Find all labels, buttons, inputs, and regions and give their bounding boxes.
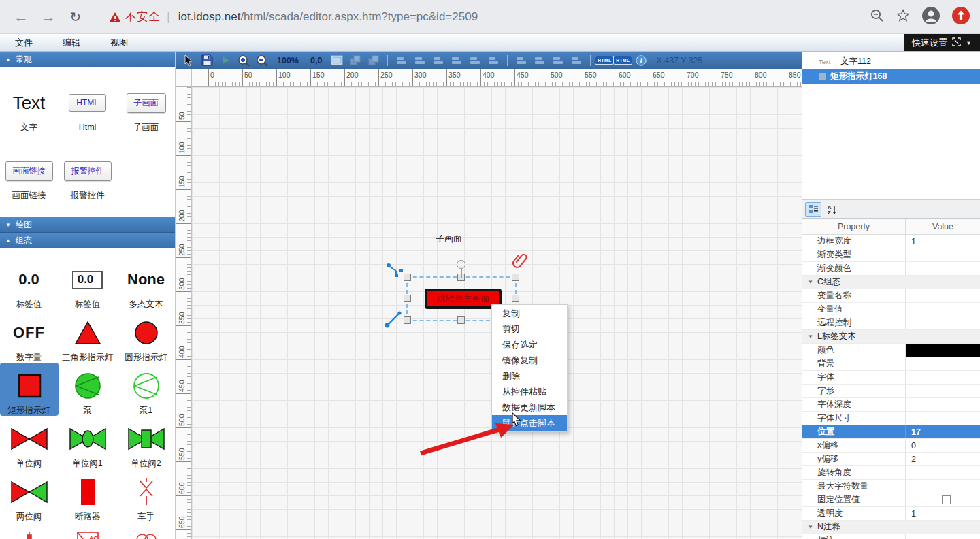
property-value[interactable] [906,385,980,397]
palette-item-文字[interactable]: Text文字 [0,80,59,133]
menu-item-1[interactable]: 文件 [0,34,48,51]
section-header-常规[interactable]: ▲常规 [0,52,175,67]
property-value[interactable]: 17 [906,425,980,438]
property-value[interactable] [906,248,980,261]
pointer-tool[interactable] [181,54,196,67]
object-list-item[interactable]: 矩形指示灯168 [802,69,980,84]
property-value[interactable] [906,344,980,357]
palette-item-逆变器[interactable]: ACDC逆变器 [59,522,117,539]
checkbox[interactable] [942,495,951,504]
palette-item-泵[interactable]: 泵 [59,363,117,416]
resize-handle-e[interactable] [512,295,519,302]
palette-item-单位阀2[interactable]: 单位阀2 [117,416,176,469]
property-value[interactable] [906,357,980,370]
resize-handle-w[interactable] [404,295,411,302]
property-row-字体深度[interactable]: 字体深度 [802,398,980,412]
property-row-最大字符数量[interactable]: 最大字符数量 [802,480,980,493]
zoom-out-button[interactable] [255,54,270,67]
update-badge-icon[interactable] [951,6,970,28]
property-row-固定位置值[interactable]: 固定位置值 [802,493,980,507]
property-row-变量名称[interactable]: 变量名称 [802,289,980,303]
property-row-渐变颜色[interactable]: 渐变颜色 [802,262,980,276]
property-group-N注释[interactable]: ▼N注释 [802,521,980,534]
quick-settings-button[interactable]: 快速设置 ▼ [904,34,980,51]
property-value[interactable] [906,398,980,411]
palette-item-矩形指示灯[interactable]: 矩形指示灯 [0,363,59,416]
resize-handle-nw[interactable] [404,274,411,281]
context-menu-item-2[interactable]: 剪切 [492,321,567,337]
property-value[interactable] [906,534,980,539]
property-row-x偏移[interactable]: x偏移0 [802,439,980,453]
menu-item-2[interactable]: 编辑 [48,34,95,51]
palette-item-标签值[interactable]: 0.0标签值 [59,257,117,310]
property-group-C组态[interactable]: ▼C组态 [802,276,980,289]
property-row-旋转角度[interactable]: 旋转角度 [802,466,980,480]
palette-item-报警控件[interactable]: 报警控件报警控件 [59,148,117,201]
info-button[interactable]: i [634,54,649,67]
bookmark-star-icon[interactable] [896,8,911,26]
property-row-边框宽度[interactable]: 边框宽度1 [802,235,980,248]
property-row-字体[interactable]: 字体 [802,371,980,385]
property-row-位置[interactable]: 位置17 [802,425,980,439]
property-value[interactable] [906,262,980,275]
resize-handle-s[interactable] [457,316,465,324]
context-menu-item-5[interactable]: 删除 [492,368,567,384]
property-row-远程控制[interactable]: 远程控制 [802,316,980,330]
property-row-变量值[interactable]: 变量值 [802,303,980,316]
palette-item-子画面[interactable]: 子画面子画面 [117,80,176,133]
property-row-颜色[interactable]: 颜色 [802,344,980,357]
sort-az-button[interactable]: AZ [824,202,840,217]
zoom-in-button[interactable] [236,54,251,67]
property-value[interactable] [906,493,980,506]
profile-avatar-icon[interactable] [921,6,941,28]
property-row-透明度[interactable]: 透明度1 [802,507,980,521]
connector-handle-bottom[interactable] [385,309,404,331]
categorized-view-button[interactable] [805,202,821,217]
subscreen-label[interactable]: 子画面 [436,233,462,245]
property-value[interactable] [906,466,980,479]
section-header-绘图[interactable]: ▼绘图 [0,217,175,233]
context-menu-item-1[interactable]: 复制 [492,306,567,321]
property-value[interactable] [906,412,980,425]
property-value[interactable]: 1 [906,235,980,248]
context-menu-item-6[interactable]: 从控件粘贴 [492,384,567,399]
property-row-渐变类型[interactable]: 渐变类型 [802,248,980,262]
palette-item-断路器[interactable]: 断路器 [59,469,117,522]
section-header-组态[interactable]: ▲组态 [0,233,175,248]
palette-item-数字量[interactable]: OFF数字量 [0,310,59,363]
property-group-L标签文本[interactable]: ▼L标签文本 [802,330,980,344]
palette-item-PT[interactable]: PT [117,522,176,539]
reload-icon[interactable]: ↻ [64,5,87,29]
palette-item-三角形指示灯[interactable]: 三角形指示灯 [59,310,117,363]
html-export-button[interactable]: HTML [597,54,612,67]
address-bar[interactable]: 不安全 | iot.idosp.net/html/scada/editor.as… [109,9,862,24]
property-value[interactable] [906,316,980,329]
property-value[interactable] [906,480,980,493]
palette-item-单位阀[interactable]: 单位阀 [0,416,59,469]
palette-item-画面链接[interactable]: 画面链接画面链接 [0,148,59,201]
property-value[interactable]: 0 [906,439,980,452]
context-menu-item-4[interactable]: 镜像复制 [492,353,567,368]
property-row-标注[interactable]: 标注 [802,534,980,539]
context-menu-item-3[interactable]: 保存选定 [492,337,567,353]
property-row-y偏移[interactable]: y偏移2 [802,453,980,466]
property-row-背景[interactable]: 背景 [802,357,980,371]
property-value[interactable]: 2 [906,453,980,466]
property-row-字体尺寸[interactable]: 字体尺寸 [802,412,980,425]
property-value[interactable]: 1 [906,507,980,520]
palette-item-多态文本[interactable]: None多态文本 [117,257,176,310]
resize-handle-ne[interactable] [512,274,519,281]
resize-handle-sw[interactable] [404,316,411,324]
property-value[interactable] [906,371,980,384]
palette-item-刀闸[interactable]: 刀闸 [0,522,59,539]
property-value[interactable] [906,303,980,316]
design-canvas[interactable]: 子画面 [192,87,802,539]
context-menu-item-7[interactable]: 数据更新脚本 [492,399,567,415]
screen-button[interactable] [329,54,344,67]
property-value[interactable] [906,289,980,302]
property-row-字形[interactable]: 字形 [802,385,980,398]
origin-coords[interactable]: 0,0 [306,56,326,65]
page-zoom-icon[interactable] [870,8,885,26]
jump-to-main-button[interactable]: 跳转至主画面 [425,289,502,309]
palette-item-Html[interactable]: HTMLHtml [59,80,117,133]
